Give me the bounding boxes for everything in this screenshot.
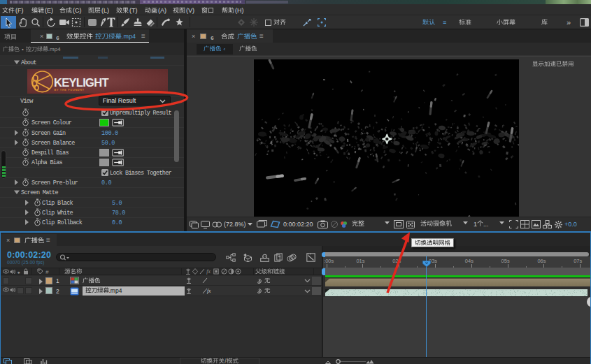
svg-text:KEYLIGHT: KEYLIGHT: [54, 75, 108, 88]
svg-text:BY THE FOUNDRY: BY THE FOUNDRY: [55, 88, 85, 91]
